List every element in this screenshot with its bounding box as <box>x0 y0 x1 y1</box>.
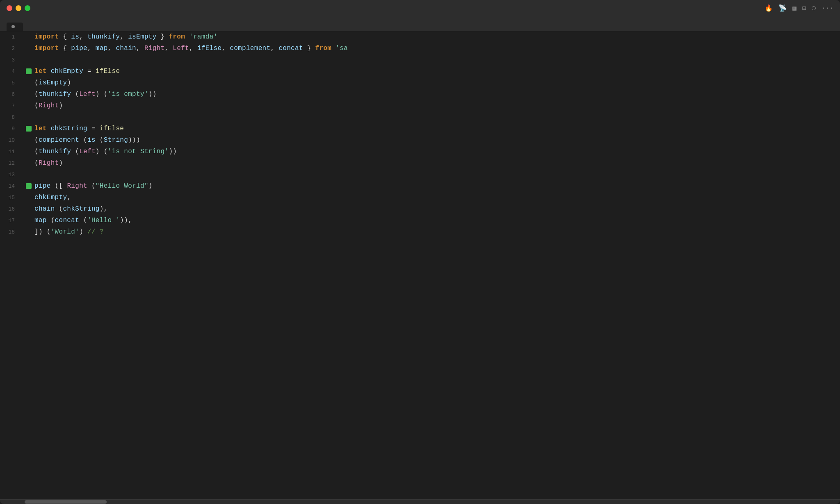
token-plain <box>185 33 189 41</box>
line-number: 15 <box>0 195 25 201</box>
token-identifier: thunkify <box>39 148 71 155</box>
line-number: 1 <box>0 34 25 40</box>
layout-icon[interactable]: ▦ <box>792 4 797 12</box>
token-identifier: isEmpty <box>128 33 156 41</box>
token-plain: ( <box>34 91 39 98</box>
token-plain: ) <box>148 182 153 190</box>
code-tokens: pipe ([ Right ("Hello World") <box>33 180 153 192</box>
code-tokens: chain (chkString), <box>33 203 108 215</box>
flame-icon[interactable]: 🔥 <box>765 4 773 12</box>
token-plain: } <box>157 33 169 41</box>
more-options-icon[interactable]: ··· <box>822 5 833 12</box>
token-plain: ) <box>59 159 63 167</box>
code-line: 4let chkEmpty = ifElse <box>0 66 840 77</box>
token-identifier: chkEmpty <box>34 194 67 201</box>
token-identifier: chkString <box>51 125 87 132</box>
line-number: 17 <box>0 218 25 224</box>
line-number: 7 <box>0 103 25 109</box>
token-fn-left: Left <box>79 148 96 155</box>
close-button[interactable] <box>7 5 12 11</box>
token-plain: ), <box>100 205 108 213</box>
token-fn-right: Right <box>144 45 165 52</box>
code-tokens: import { pipe, map, chain, Right, Left, … <box>33 43 348 54</box>
token-kw-from: from <box>315 45 332 52</box>
token-plain: , <box>189 45 197 52</box>
code-editor[interactable]: 1import { is, thunkify, isEmpty } from '… <box>0 31 840 499</box>
token-str: 'sa <box>336 45 348 52</box>
code-tokens: chkEmpty, <box>33 192 71 203</box>
token-plain: ( <box>71 148 79 155</box>
code-tokens: map (concat ('Hello ')), <box>33 215 132 226</box>
line-number: 16 <box>0 206 25 212</box>
token-identifier: map <box>96 45 108 52</box>
token-str: 'ramda' <box>189 33 217 41</box>
code-line: 10 (complement (is (String))) <box>0 134 840 146</box>
line-number: 8 <box>0 114 25 120</box>
token-str: 'Hello ' <box>87 217 120 224</box>
token-plain: = <box>87 125 100 132</box>
token-identifier: pipe <box>34 182 51 190</box>
token-plain: ( <box>87 182 96 190</box>
token-identifier: thunkify <box>39 91 71 98</box>
token-identifier: chain <box>34 205 55 213</box>
code-line: 11 (thunkify (Left) ('is not String')) <box>0 146 840 157</box>
token-plain: ( <box>96 136 104 144</box>
token-identifier: complement <box>230 45 270 52</box>
breakpoint-icon[interactable] <box>26 68 32 74</box>
token-plain: , <box>79 33 87 41</box>
line-number: 18 <box>0 229 25 235</box>
token-fn-right: Right <box>67 182 87 190</box>
token-fn-right: Right <box>39 102 59 109</box>
token-plain: )) <box>169 148 177 155</box>
token-plain: , <box>67 194 71 201</box>
line-gutter-icon <box>25 126 33 132</box>
token-fn-ife: ifElse <box>96 68 120 75</box>
code-line: 17 map (concat ('Hello ')), <box>0 215 840 226</box>
token-plain: ) ( <box>96 148 108 155</box>
split-icon[interactable]: ⊟ <box>802 4 806 12</box>
line-gutter-icon <box>25 183 33 189</box>
token-identifier: concat <box>278 45 303 52</box>
line-number: 13 <box>0 172 25 178</box>
line-number: 4 <box>0 68 25 75</box>
token-plain: { <box>59 45 71 52</box>
token-identifier: map <box>34 217 47 224</box>
token-str: 'is empty' <box>108 91 148 98</box>
code-tokens: let chkString = ifElse <box>33 123 124 134</box>
token-identifier: is <box>87 136 96 144</box>
token-comment: // ? <box>87 228 104 236</box>
broadcast-icon[interactable]: 📡 <box>778 4 787 12</box>
token-plain: ( <box>34 79 39 86</box>
titlebar-actions: 🔥 📡 ▦ ⊟ ··· <box>765 4 833 12</box>
circle-icon <box>812 6 816 10</box>
scrollbar-thumb[interactable] <box>25 500 107 504</box>
traffic-lights <box>7 5 30 11</box>
line-number: 6 <box>0 91 25 98</box>
token-plain: , <box>221 45 230 52</box>
token-plain: ) ( <box>96 91 108 98</box>
line-number: 9 <box>0 126 25 132</box>
tab-untitled[interactable] <box>7 23 23 31</box>
code-tokens: ]) ('World') // ? <box>33 226 104 238</box>
code-line: 14pipe ([ Right ("Hello World") <box>0 180 840 192</box>
app-window: 🔥 📡 ▦ ⊟ ··· 1import { is, thunkify, isEm… <box>0 0 840 504</box>
horizontal-scrollbar[interactable] <box>0 499 840 504</box>
line-number: 12 <box>0 160 25 166</box>
code-tokens: (isEmpty) <box>33 77 71 89</box>
token-kw-let: let <box>34 68 47 75</box>
maximize-button[interactable] <box>25 5 30 11</box>
token-plain: ) <box>79 228 87 236</box>
token-identifier: is <box>71 33 79 41</box>
token-plain: , <box>108 45 116 52</box>
minimize-button[interactable] <box>16 5 21 11</box>
code-line: 7 (Right) <box>0 100 840 111</box>
token-plain: , <box>120 33 128 41</box>
code-line: 6 (thunkify (Left) ('is empty')) <box>0 89 840 100</box>
breakpoint-icon[interactable] <box>26 183 32 189</box>
token-fn-left: Left <box>173 45 189 52</box>
code-line: 3 <box>0 54 840 66</box>
tab-unsaved-dot <box>11 25 15 28</box>
breakpoint-icon[interactable] <box>26 126 32 132</box>
token-plain: ( <box>55 205 63 213</box>
titlebar: 🔥 📡 ▦ ⊟ ··· <box>0 0 840 16</box>
